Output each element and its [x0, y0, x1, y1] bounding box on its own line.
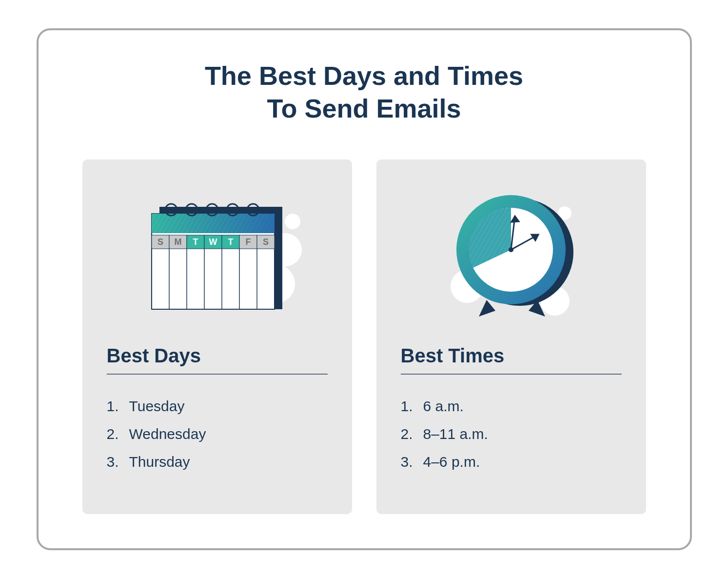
svg-point-1	[285, 214, 300, 229]
svg-point-30	[509, 247, 513, 252]
list-item: 1.Tuesday	[107, 392, 328, 420]
panels-row: SMTWTFS Best Days 1.Tuesday 2.Wednesd	[82, 159, 646, 514]
svg-rect-7	[152, 214, 275, 233]
best-times-panel: Best Times 1.6 a.m. 2.8–11 a.m. 3.4–6 p.…	[376, 159, 646, 514]
calendar-day-initial: S	[157, 237, 163, 247]
infographic-card: The Best Days and Times To Send Emails	[37, 28, 692, 550]
list-item: 3.Thursday	[107, 448, 328, 476]
clock-icon	[401, 179, 622, 330]
best-days-title: Best Days	[107, 345, 328, 367]
title-line-2: To Send Emails	[267, 94, 461, 123]
best-days-list: 1.Tuesday 2.Wednesday 3.Thursday	[107, 392, 328, 476]
calendar-day-initial: W	[209, 237, 217, 247]
divider	[401, 374, 622, 375]
calendar-icon: SMTWTFS	[107, 179, 328, 330]
divider	[107, 374, 328, 375]
calendar-day-initial: M	[175, 237, 182, 247]
list-item: 2.Wednesday	[107, 420, 328, 448]
calendar-day-initial: T	[193, 237, 198, 247]
list-item: 1.6 a.m.	[401, 392, 622, 420]
best-times-title: Best Times	[401, 345, 622, 367]
calendar-day-initial: S	[263, 237, 269, 247]
list-item: 2.8–11 a.m.	[401, 420, 622, 448]
best-days-panel: SMTWTFS Best Days 1.Tuesday 2.Wednesd	[82, 159, 352, 514]
main-title: The Best Days and Times To Send Emails	[82, 60, 646, 125]
list-item: 3.4–6 p.m.	[401, 448, 622, 476]
title-line-1: The Best Days and Times	[205, 61, 523, 90]
calendar-day-initial: F	[246, 237, 251, 247]
best-times-list: 1.6 a.m. 2.8–11 a.m. 3.4–6 p.m.	[401, 392, 622, 476]
calendar-day-initial: T	[228, 237, 234, 247]
